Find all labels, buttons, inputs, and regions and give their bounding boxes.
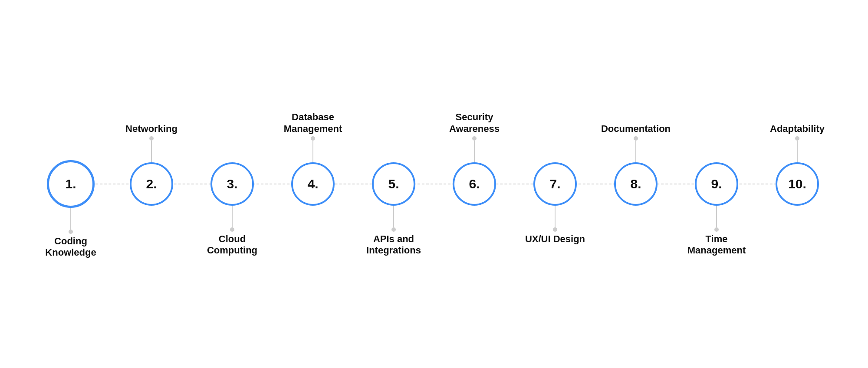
label-below-9: Time Management xyxy=(687,232,746,262)
dot-top-10 xyxy=(795,136,799,141)
line-above-6 xyxy=(474,141,475,162)
nodes-row: 1.Coding KnowledgeNetworking2.3.Cloud Co… xyxy=(30,104,838,264)
circle-1[interactable]: 1. xyxy=(47,160,95,208)
circle-7[interactable]: 7. xyxy=(533,162,577,206)
dot-bottom-3 xyxy=(230,227,234,232)
label-below-3: Cloud Computing xyxy=(207,232,257,262)
diagram-container: 1.Coding KnowledgeNetworking2.3.Cloud Co… xyxy=(30,32,838,336)
dot-bottom-1 xyxy=(69,230,73,234)
node-5[interactable]: 5.APIs and Integrations xyxy=(353,106,434,262)
node-9[interactable]: 9.Time Management xyxy=(676,106,757,262)
circle-3[interactable]: 3. xyxy=(210,162,254,206)
label-below-5: APIs and Integrations xyxy=(366,232,421,262)
dot-top-6 xyxy=(472,136,477,141)
node-8[interactable]: Documentation8. xyxy=(595,106,676,262)
dot-top-4 xyxy=(311,136,315,141)
dot-top-2 xyxy=(149,136,154,141)
circle-4[interactable]: 4. xyxy=(291,162,335,206)
circle-10[interactable]: 10. xyxy=(776,162,819,206)
node-4[interactable]: Database Management4. xyxy=(273,106,353,262)
line-below-3 xyxy=(232,206,233,227)
label-above-2: Networking xyxy=(125,106,178,136)
label-below-1: Coding Knowledge xyxy=(45,234,96,264)
line-below-7 xyxy=(555,206,556,227)
line-above-2 xyxy=(151,141,152,162)
label-above-6: Security Awareness xyxy=(449,106,500,136)
node-3[interactable]: 3.Cloud Computing xyxy=(192,106,273,262)
circle-5[interactable]: 5. xyxy=(372,162,415,206)
label-above-4: Database Management xyxy=(284,106,342,136)
label-above-10: Adaptability xyxy=(770,106,825,136)
dot-top-8 xyxy=(634,136,638,141)
dot-bottom-5 xyxy=(391,227,396,232)
label-above-8: Documentation xyxy=(601,106,671,136)
label-below-7: UX/UI Design xyxy=(525,232,585,262)
node-6[interactable]: Security Awareness6. xyxy=(434,106,515,262)
node-1[interactable]: 1.Coding Knowledge xyxy=(30,104,111,264)
circle-2[interactable]: 2. xyxy=(130,162,173,206)
line-above-10 xyxy=(797,141,798,162)
circle-8[interactable]: 8. xyxy=(614,162,658,206)
circle-9[interactable]: 9. xyxy=(695,162,738,206)
node-2[interactable]: Networking2. xyxy=(111,106,192,262)
line-above-4 xyxy=(312,141,313,162)
line-below-5 xyxy=(393,206,394,227)
line-above-8 xyxy=(635,141,636,162)
line-below-1 xyxy=(70,208,71,230)
node-10[interactable]: Adaptability10. xyxy=(757,106,838,262)
dot-bottom-9 xyxy=(714,227,719,232)
node-7[interactable]: 7.UX/UI Design xyxy=(515,106,595,262)
circle-6[interactable]: 6. xyxy=(453,162,496,206)
dot-bottom-7 xyxy=(553,227,557,232)
line-below-9 xyxy=(716,206,717,227)
